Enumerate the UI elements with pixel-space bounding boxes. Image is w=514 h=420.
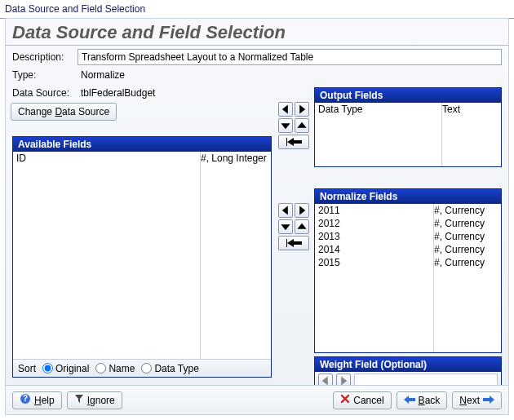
list-item[interactable]: 2015#, Currency bbox=[315, 256, 501, 269]
filter-icon bbox=[74, 394, 84, 406]
close-icon bbox=[340, 394, 350, 406]
move-all-left-button[interactable] bbox=[278, 236, 309, 250]
sort-name-input[interactable] bbox=[95, 363, 106, 374]
sort-data-type-label: Data Type bbox=[154, 363, 198, 374]
list-item[interactable]: 2012#, Currency bbox=[315, 217, 501, 230]
help-icon: ? bbox=[20, 393, 31, 407]
list-item[interactable]: 2014#, Currency bbox=[315, 243, 501, 256]
field-name: 2015 bbox=[315, 256, 434, 269]
move-down-button[interactable] bbox=[278, 118, 293, 133]
field-type: #, Currency bbox=[434, 217, 501, 230]
svg-marker-13 bbox=[341, 376, 347, 385]
normalize-fields-section: Normalize Fields 2011#, Currency2012#, C… bbox=[314, 188, 502, 353]
help-button[interactable]: ? Help bbox=[12, 391, 62, 409]
available-fields-header: Available Fields bbox=[13, 137, 271, 152]
sort-bar: Sort Original Name Data Type bbox=[13, 359, 271, 377]
svg-marker-2 bbox=[281, 123, 290, 129]
field-name: 2012 bbox=[315, 217, 434, 230]
field-name: 2013 bbox=[315, 230, 434, 243]
svg-marker-4 bbox=[287, 138, 302, 146]
description-label: Description: bbox=[12, 51, 78, 63]
field-name: Data Type bbox=[315, 103, 442, 116]
field-type: #, Currency bbox=[434, 256, 501, 269]
list-item[interactable]: Data TypeText bbox=[315, 103, 501, 116]
move-down-button[interactable] bbox=[278, 219, 293, 234]
svg-rect-5 bbox=[286, 138, 287, 146]
cancel-button[interactable]: Cancel bbox=[333, 391, 391, 409]
move-left-button[interactable] bbox=[278, 203, 293, 218]
type-label: Type: bbox=[12, 69, 78, 81]
move-up-button[interactable] bbox=[295, 219, 309, 234]
svg-marker-12 bbox=[322, 376, 328, 385]
svg-marker-8 bbox=[281, 224, 290, 230]
field-type: #, Currency bbox=[434, 230, 501, 243]
sort-original-radio[interactable]: Original bbox=[42, 363, 89, 374]
field-name: 2011 bbox=[315, 204, 434, 217]
svg-marker-16 bbox=[75, 395, 83, 403]
available-fields-list[interactable]: ID#, Long Integer bbox=[13, 152, 271, 359]
arrow-left-icon bbox=[404, 395, 415, 406]
field-type: Text bbox=[442, 103, 501, 116]
sort-original-label: Original bbox=[55, 363, 89, 374]
sort-original-input[interactable] bbox=[42, 363, 53, 374]
field-type: #, Currency bbox=[434, 204, 501, 217]
page-title: Data Source and Field Selection bbox=[6, 19, 508, 46]
move-left-button[interactable] bbox=[278, 102, 293, 117]
sort-label: Sort bbox=[18, 363, 36, 374]
normalize-arrow-pad bbox=[278, 203, 311, 250]
column-divider bbox=[200, 152, 201, 359]
cancel-label: Cancel bbox=[353, 395, 383, 406]
description-input[interactable] bbox=[78, 49, 502, 65]
svg-marker-7 bbox=[299, 206, 305, 214]
window-caption: Data Source and Field Selection bbox=[0, 0, 514, 18]
move-right-button[interactable] bbox=[295, 203, 309, 218]
sort-data-type-input[interactable] bbox=[141, 363, 152, 374]
svg-text:?: ? bbox=[23, 394, 28, 403]
dialog-body: Data Source and Field Selection Descript… bbox=[5, 18, 509, 415]
output-fields-list[interactable]: Data TypeText bbox=[315, 103, 501, 166]
svg-marker-17 bbox=[404, 396, 415, 404]
move-right-button[interactable] bbox=[295, 102, 309, 117]
svg-rect-11 bbox=[286, 239, 287, 247]
back-button[interactable]: Back bbox=[397, 391, 448, 409]
output-fields-section: Output Fields Data TypeText bbox=[314, 87, 502, 167]
field-type: #, Long Integer bbox=[201, 152, 271, 165]
weight-field-header: Weight Field (Optional) bbox=[315, 357, 501, 372]
change-data-source-label: Change Data Source bbox=[18, 106, 109, 117]
svg-marker-0 bbox=[282, 104, 288, 113]
column-divider bbox=[441, 103, 442, 166]
output-arrow-pad bbox=[278, 102, 311, 149]
ignore-button[interactable]: Ignore bbox=[67, 391, 122, 409]
column-divider bbox=[433, 204, 434, 352]
change-data-source-button[interactable]: Change Data Source bbox=[11, 103, 117, 121]
sort-data-type-radio[interactable]: Data Type bbox=[141, 363, 198, 374]
next-button[interactable]: Next bbox=[452, 391, 502, 409]
sort-name-radio[interactable]: Name bbox=[95, 363, 135, 374]
svg-marker-6 bbox=[282, 206, 288, 214]
field-type: #, Currency bbox=[434, 243, 501, 256]
list-item[interactable]: 2013#, Currency bbox=[315, 230, 501, 243]
back-label: Back bbox=[419, 395, 441, 406]
output-fields-header: Output Fields bbox=[315, 88, 501, 103]
sort-name-label: Name bbox=[109, 363, 135, 374]
normalize-fields-header: Normalize Fields bbox=[315, 189, 501, 204]
move-all-left-button[interactable] bbox=[278, 135, 309, 149]
field-name: ID bbox=[13, 152, 201, 165]
normalize-fields-list[interactable]: 2011#, Currency2012#, Currency2013#, Cur… bbox=[315, 204, 501, 352]
available-fields-section: Available Fields ID#, Long Integer Sort … bbox=[12, 136, 272, 378]
list-item[interactable]: 2011#, Currency bbox=[315, 204, 501, 217]
ignore-label: Ignore bbox=[87, 395, 115, 406]
svg-marker-10 bbox=[287, 239, 302, 247]
svg-marker-1 bbox=[299, 104, 305, 113]
type-value: Normalize bbox=[78, 69, 502, 81]
list-item[interactable]: ID#, Long Integer bbox=[13, 152, 271, 165]
next-label: Next bbox=[459, 395, 480, 406]
svg-marker-18 bbox=[483, 396, 494, 404]
svg-marker-3 bbox=[297, 122, 306, 128]
help-label: Help bbox=[34, 395, 55, 406]
data-source-label: Data Source: bbox=[12, 87, 78, 99]
move-up-button[interactable] bbox=[295, 118, 309, 133]
field-name: 2014 bbox=[315, 243, 434, 256]
arrow-right-icon bbox=[483, 395, 494, 406]
data-source-value: tblFederalBudget bbox=[78, 87, 273, 99]
